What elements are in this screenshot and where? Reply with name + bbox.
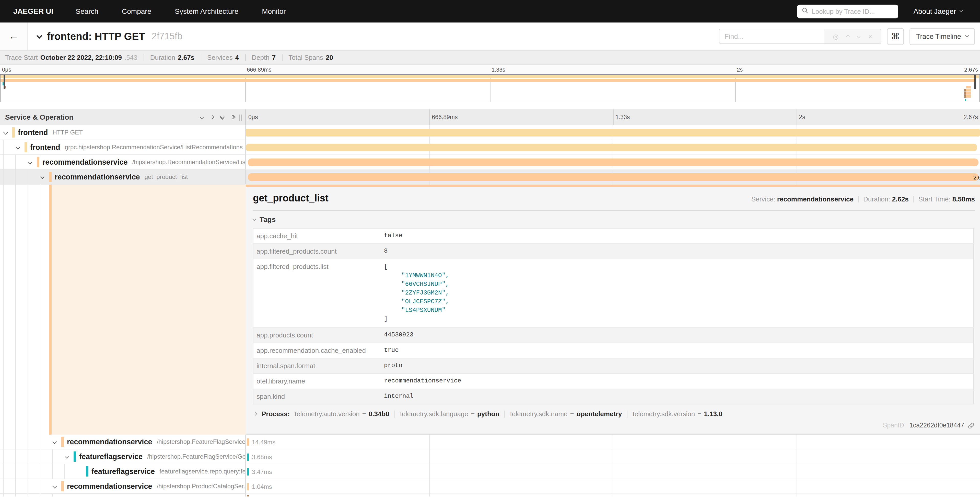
tags-section-title: Tags — [259, 215, 276, 223]
span-row-partial — [0, 494, 980, 496]
span-detail-top-accent — [246, 185, 980, 187]
timeline-column-headers: Service & Operation 0μs 666.89ms 1.33s 2… — [0, 109, 980, 125]
find-input[interactable] — [719, 29, 824, 43]
process-kv: telemetry.sdk.version=1.13.0 — [633, 410, 722, 418]
tags-section-toggle[interactable]: Tags — [253, 215, 975, 223]
timeline-minimap[interactable] — [0, 74, 980, 102]
chevron-down-icon[interactable] — [40, 175, 45, 179]
span-row-get-product-list: recommendationservice get_product_list 2… — [0, 170, 980, 185]
link-icon[interactable] — [968, 422, 974, 429]
minimap-range-handle-right[interactable] — [974, 75, 976, 89]
back-arrow-icon: ← — [9, 31, 18, 42]
nav-item-compare[interactable]: Compare — [122, 7, 151, 15]
span-duration-bar[interactable] — [247, 438, 249, 446]
nav-item-search[interactable]: Search — [76, 7, 99, 15]
operation-name: /hipstershop.FeatureFlagService… — [157, 438, 246, 445]
expand-one-icon[interactable] — [210, 115, 214, 120]
about-jaeger-menu[interactable]: About Jaeger — [913, 7, 963, 15]
span-duration-bar[interactable] — [246, 129, 980, 137]
minimap-span-bar — [965, 99, 966, 101]
minimap-tick: 666.89ms — [247, 67, 272, 73]
operation-name: get_product_list — [145, 173, 188, 180]
collapse-trace-chevron-icon[interactable] — [37, 33, 42, 38]
trace-title-group[interactable]: frontend: HTTP GET 2f715fb — [28, 22, 719, 50]
span-tree-item[interactable] — [0, 494, 246, 496]
process-section-toggle[interactable]: Process: telemetry.auto.version=0.34b0 t… — [253, 410, 975, 418]
span-duration-bar[interactable] — [247, 495, 249, 496]
minimap-span-bar — [964, 92, 966, 94]
span-duration-bar[interactable] — [248, 158, 978, 166]
span-tree-item[interactable]: recommendationservice get_product_list — [0, 170, 246, 185]
span-duration-bar[interactable] — [247, 453, 249, 461]
span-row-featureflag-call: recommendationservice /hipstershop.Featu… — [0, 434, 980, 449]
span-tree-item[interactable]: recommendationservice /hipstershop.Recom… — [0, 155, 246, 170]
chevron-down-icon[interactable] — [52, 440, 57, 444]
span-duration-bar[interactable] — [247, 483, 248, 490]
trace-services-count: Services4 — [207, 54, 239, 61]
minimap-tick: 0μs — [2, 67, 11, 73]
span-duration-bar[interactable] — [246, 144, 977, 152]
trace-duration: Duration2.67s — [150, 54, 194, 61]
service-operation-title: Service & Operation — [5, 113, 200, 121]
find-prev-icon[interactable] — [846, 35, 850, 38]
span-duration-bar[interactable] — [248, 173, 978, 181]
operation-name: HTTP GET — [52, 129, 83, 136]
span-row-frontend-http-get: frontend HTTP GET — [0, 125, 980, 140]
chevron-down-icon[interactable] — [16, 145, 20, 150]
find-group: ◎ × — [719, 29, 881, 44]
chevron-down-icon[interactable] — [65, 455, 69, 459]
axis-tick: 1.33s — [616, 114, 630, 120]
search-icon — [802, 6, 808, 16]
collapse-all-icon[interactable] — [221, 115, 224, 119]
service-color-bar — [12, 127, 15, 137]
span-detail-operation-title: get_product_list — [253, 193, 751, 204]
span-tree-item[interactable]: featureflagservice /hipstershop.FeatureF… — [0, 449, 246, 464]
back-button[interactable]: ← — [0, 22, 28, 50]
span-tree-item[interactable]: recommendationservice /hipstershop.Produ… — [0, 479, 246, 494]
span-id-value: 1ca2262df0e18447 — [910, 422, 964, 429]
minimap-span-bar — [966, 86, 971, 88]
minimap-span-bar — [964, 89, 966, 91]
minimap-tick: 2.67s — [964, 67, 978, 73]
service-name: recommendationservice — [67, 438, 152, 446]
chevron-down-icon[interactable] — [52, 484, 57, 488]
top-nav: JAEGER UI Search Compare System Architec… — [0, 0, 980, 22]
view-selector-dropdown[interactable]: Trace Timeline — [910, 28, 975, 45]
brand-logo[interactable]: JAEGER UI — [13, 7, 53, 15]
axis-gridline — [613, 109, 613, 125]
service-color-bar — [61, 481, 64, 492]
span-tree-item[interactable]: frontend grpc.hipstershop.Recommendation… — [0, 140, 246, 155]
minimap-span-bar — [0, 75, 979, 78]
trace-header-controls: ◎ × ⌘ Trace Timeline — [719, 22, 980, 50]
span-detail-tint — [52, 185, 246, 434]
axis-tick: 2s — [799, 114, 805, 120]
nav-item-system-architecture[interactable]: System Architecture — [175, 7, 239, 15]
focus-target-icon[interactable]: ◎ — [833, 33, 839, 40]
minimap-span-bar — [0, 78, 974, 81]
chevron-down-icon[interactable] — [28, 160, 32, 164]
chevron-down-icon — [959, 9, 963, 12]
nav-item-monitor[interactable]: Monitor — [262, 7, 286, 15]
span-detail-left-gutter — [0, 185, 246, 434]
trace-lookup-input[interactable] — [811, 7, 893, 15]
clear-find-icon[interactable]: × — [869, 33, 872, 40]
trace-start: Trace Start October 22 2022, 22:10:09.54… — [5, 54, 137, 61]
axis-tick: 0μs — [248, 114, 258, 120]
expand-all-icon[interactable] — [231, 115, 235, 119]
span-tree-item[interactable]: featureflagservice featureflagservice.re… — [0, 464, 246, 479]
minimap-span-bar — [966, 95, 971, 97]
column-resizer-handle[interactable] — [239, 115, 242, 121]
tag-row: app.products.count 44530923 — [253, 327, 974, 343]
service-color-bar — [61, 437, 64, 447]
minimap-range-handle-left[interactable] — [3, 75, 5, 89]
trace-depth: Depth7 — [251, 54, 276, 61]
service-color-bar — [24, 142, 27, 152]
chevron-down-icon[interactable] — [3, 130, 8, 135]
span-tree-item[interactable]: frontend HTTP GET — [0, 125, 246, 140]
find-controls: ◎ × — [824, 29, 881, 43]
find-next-icon[interactable] — [857, 35, 861, 38]
collapse-one-icon[interactable] — [200, 115, 204, 120]
span-tree-item[interactable]: recommendationservice /hipstershop.Featu… — [0, 434, 246, 449]
span-duration-bar[interactable] — [247, 468, 249, 476]
keyboard-shortcuts-button[interactable]: ⌘ — [887, 28, 904, 45]
